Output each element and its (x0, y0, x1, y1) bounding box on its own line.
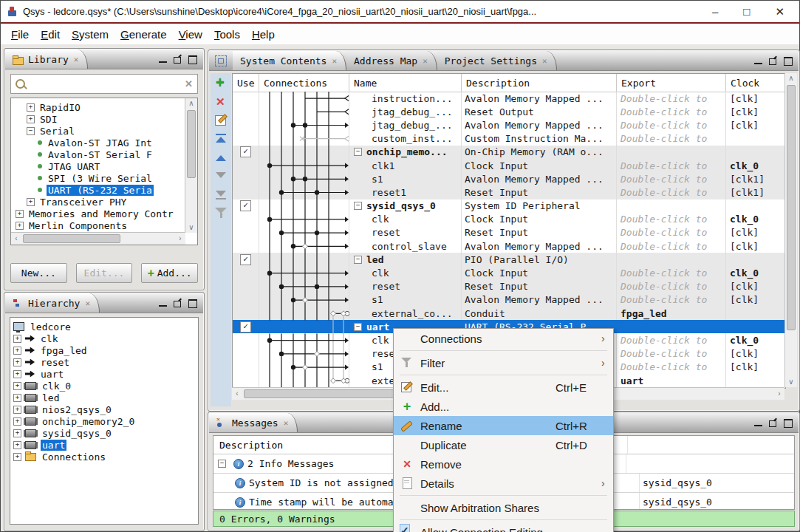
table-row[interactable]: s1Avalon Memory Mapped ...Double-click t… (233, 293, 785, 307)
connections-cell[interactable] (259, 361, 349, 374)
table-row[interactable]: reset1Reset InputDouble-click to[clk1] (233, 185, 785, 199)
connections-cell[interactable] (259, 185, 349, 199)
scrollbar-thumb[interactable] (23, 234, 120, 243)
close-icon[interactable]: ✕ (74, 55, 79, 64)
connections-cell[interactable] (259, 374, 349, 387)
maximize-panel-button[interactable] (188, 299, 197, 307)
tab-hierarchy[interactable]: Hierarchy ✕ (5, 293, 100, 313)
search-input[interactable] (28, 78, 182, 90)
minimize-panel-button[interactable] (753, 419, 763, 427)
connections-cell[interactable] (259, 253, 349, 266)
tree-expander-icon[interactable]: + (16, 222, 24, 230)
table-row[interactable]: s1Avalon Memory Mapped ...Double-click t… (233, 172, 785, 185)
add-icon[interactable] (213, 76, 228, 91)
library-item-memories-and-memory-contr[interactable]: +Memories and Memory Contr (13, 208, 184, 219)
column-header-use[interactable]: Use (233, 74, 259, 92)
context-menu-item-allow-connection-editing[interactable]: ✓Allow Connection Editing (394, 522, 613, 532)
connections-cell[interactable] (259, 347, 349, 361)
tree-expander-icon[interactable]: + (13, 394, 21, 402)
clock-cell[interactable]: [clk1] (726, 172, 785, 185)
table-row[interactable]: clkClock InputDouble-click toclk_0 (233, 213, 785, 226)
scrollbar-thumb[interactable] (787, 85, 796, 330)
export-cell[interactable]: Double-click to (617, 280, 726, 293)
table-row[interactable]: clkClock InputDouble-click toclk_0 (233, 266, 785, 279)
table-row[interactable]: custom_inst...Custom Instruction Ma...Do… (233, 132, 785, 146)
export-cell[interactable] (617, 146, 726, 159)
tree-expander-icon[interactable]: + (27, 103, 35, 112)
tree-expander-icon[interactable]: + (13, 417, 21, 426)
float-panel-button[interactable] (173, 55, 182, 64)
export-cell[interactable]: Double-click to (617, 333, 726, 347)
hierarchy-item-onchip-memory2-0[interactable]: +onchip_memory2_0 (13, 415, 198, 427)
library-item-avalon-st-serial-f[interactable]: Avalon-ST Serial F (13, 149, 184, 160)
hierarchy-item-led[interactable]: +led (13, 392, 198, 403)
close-icon[interactable]: ✕ (332, 56, 337, 66)
tab-project-settings[interactable]: Project Settings✕ (437, 51, 557, 70)
context-menu-item-duplicate[interactable]: DuplicateCtrl+D (394, 435, 613, 454)
clock-cell[interactable]: clk_0 (726, 333, 785, 347)
column-header-description[interactable]: Description (462, 74, 617, 92)
export-cell[interactable]: fpga_led (617, 307, 726, 320)
close-icon[interactable]: ✕ (542, 56, 547, 66)
tree-expander-icon[interactable]: − (27, 127, 35, 135)
group-expander-icon[interactable]: − (354, 148, 362, 156)
column-header-name[interactable]: Name (349, 74, 462, 92)
connections-cell[interactable] (259, 92, 349, 105)
close-icon[interactable]: ✕ (423, 56, 428, 66)
tree-expander-icon[interactable]: + (27, 115, 35, 123)
scroll-down-icon[interactable]: ∨ (785, 377, 797, 387)
library-horizontal-scrollbar[interactable]: ‹ › (11, 232, 185, 245)
maximize-panel-button[interactable] (188, 55, 197, 64)
context-menu-item-edit[interactable]: Edit...Ctrl+E (394, 378, 613, 397)
clock-cell[interactable] (726, 146, 785, 159)
clock-cell[interactable] (726, 253, 785, 266)
export-cell[interactable]: Double-click to (617, 105, 726, 118)
minimize-panel-button[interactable] (158, 55, 168, 64)
context-menu-item-add[interactable]: +Add... (394, 397, 613, 416)
connections-cell[interactable] (259, 213, 349, 226)
table-row[interactable]: ✓−sysid_qsys_0System ID Peripheral (233, 200, 785, 213)
table-row[interactable]: resetReset InputDouble-click to[clk] (233, 226, 785, 239)
library-item-spi-3-wire-serial[interactable]: SPI (3 Wire Serial (13, 172, 184, 184)
library-item-serial[interactable]: −Serial (13, 125, 184, 137)
clock-cell[interactable]: clk_0 (726, 266, 785, 279)
table-vertical-scrollbar[interactable]: ∧ ∨ (784, 73, 797, 387)
window-maximize-button[interactable]: □ (743, 6, 750, 17)
move-down-icon[interactable] (213, 168, 228, 183)
move-up-icon[interactable] (213, 150, 228, 165)
clock-cell[interactable]: [clk] (726, 280, 785, 293)
hierarchy-item-sysid-qsys-0[interactable]: +sysid_qsys_0 (13, 427, 198, 439)
scroll-left-icon[interactable]: ‹ (11, 233, 21, 245)
clock-cell[interactable] (726, 374, 785, 387)
connections-cell[interactable] (259, 159, 349, 172)
tab-messages[interactable]: Messages ✕ (209, 413, 298, 432)
library-item-avalon-st-jtag-int[interactable]: Avalon-ST JTAG Int (13, 137, 184, 149)
export-cell[interactable] (617, 320, 726, 333)
clear-search-icon[interactable]: ✕ (185, 78, 193, 89)
clock-cell[interactable]: [clk] (726, 361, 785, 374)
library-item-jtag-uart[interactable]: JTAG UART (13, 160, 184, 172)
table-row[interactable]: jtag_debug_...Avalon Memory Mapped ...Do… (233, 118, 785, 132)
connections-cell[interactable] (259, 172, 349, 185)
float-panel-button[interactable] (173, 299, 182, 307)
float-panel-button[interactable] (768, 57, 778, 65)
connections-cell[interactable] (259, 280, 349, 293)
context-menu-item-filter[interactable]: Filter› (394, 353, 613, 372)
hierarchy-item-fpga-led[interactable]: +fpga_led (13, 344, 198, 356)
table-row[interactable]: control_slaveAvalon Memory Mapped ...Dou… (233, 239, 785, 253)
hierarchy-item-connections[interactable]: +Connections (13, 451, 198, 463)
table-row[interactable]: clk1Clock InputDouble-click toclk_0 (233, 159, 785, 172)
minimize-panel-button[interactable] (753, 57, 763, 65)
clock-cell[interactable]: [clk] (726, 226, 785, 239)
clock-cell[interactable]: clk_0 (726, 213, 785, 226)
scroll-up-icon[interactable]: ∧ (185, 98, 197, 109)
tree-expander-icon[interactable]: − (218, 460, 226, 468)
remove-icon[interactable] (213, 95, 228, 109)
maximize-panel-button[interactable] (783, 419, 793, 427)
clock-cell[interactable]: [clk] (726, 293, 785, 307)
connections-cell[interactable] (259, 320, 349, 333)
table-row[interactable]: ✓−onchip_memo...On-Chip Memory (RAM o... (233, 146, 785, 159)
export-cell[interactable]: Double-click to (617, 213, 726, 226)
tree-expander-icon[interactable]: + (13, 382, 21, 390)
connections-cell[interactable] (259, 105, 349, 118)
